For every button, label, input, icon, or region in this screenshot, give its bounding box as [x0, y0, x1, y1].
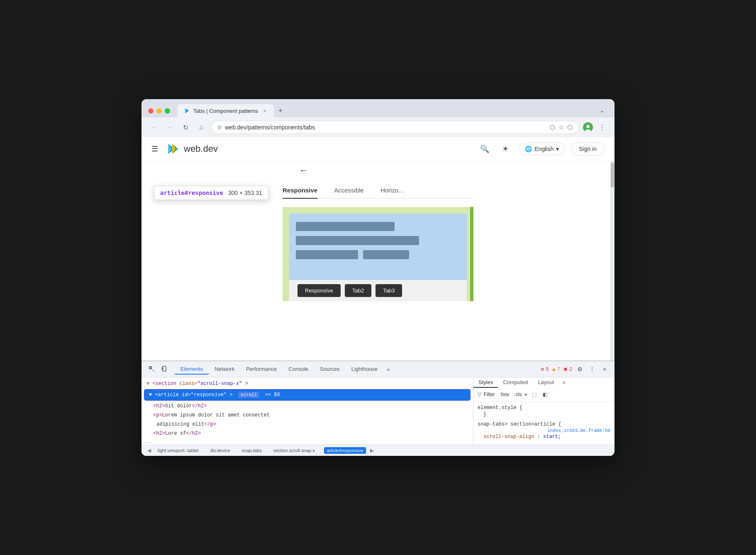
breadcrumb-item-4[interactable]: article#responsive: [324, 447, 366, 454]
close-button[interactable]: [148, 108, 154, 114]
devtools-body: ▼ <section class="scroll-snap-x" > ▼ <ar…: [141, 377, 615, 445]
breadcrumb-item-3[interactable]: section.scroll-snap-x: [271, 447, 317, 454]
svg-line-11: [149, 366, 155, 372]
style-rule-element: element.style { }: [478, 405, 610, 417]
dom-line-p1[interactable]: <p>Lorem ipsum dolor sit amet consectet: [141, 411, 473, 420]
copy-styles-button[interactable]: ⬚: [530, 390, 539, 399]
preview-tab-1[interactable]: Responsive: [298, 284, 341, 297]
address-text: web.dev/patterns/components/tabs: [225, 124, 546, 131]
theme-toggle-button[interactable]: ☀: [498, 141, 513, 156]
logo-text: web.dev: [184, 144, 218, 154]
preview-tab-3[interactable]: Tab3: [376, 284, 402, 297]
profile-avatar[interactable]: [583, 122, 593, 132]
devtools-tab-sources[interactable]: Sources: [314, 364, 346, 375]
page-scrollbar[interactable]: [610, 161, 615, 360]
content-block-3: [296, 250, 358, 259]
search-button[interactable]: 🔍: [477, 141, 492, 156]
tab-dropdown-button[interactable]: ⌄: [596, 105, 608, 116]
hamburger-button[interactable]: ☰: [151, 144, 158, 153]
tab-horizontal[interactable]: Horizo…: [380, 187, 405, 198]
tab-favicon-icon: [183, 107, 190, 114]
toggle-sidebar-button[interactable]: ◧: [541, 390, 549, 399]
external-link-icon[interactable]: ⬡: [550, 124, 555, 131]
nav-actions: ⋮: [583, 122, 608, 133]
filter-icon: ▽: [478, 392, 481, 397]
sign-in-button[interactable]: Sign in: [571, 142, 605, 156]
devtools-tabs: Elements Network Performance Console Sou…: [171, 364, 539, 375]
devtools-toolbar-right: ✕ 5 ▲ 7 ■ 2 ⚙ ⋮ ×: [540, 364, 610, 374]
new-tab-button[interactable]: +: [275, 105, 286, 117]
forward-button[interactable]: →: [164, 122, 176, 133]
tabs-navigation: Responsive Accessible Horizo…: [283, 187, 473, 199]
styles-tab-styles[interactable]: Styles: [473, 377, 498, 388]
breadcrumb-item-1[interactable]: div.device: [207, 447, 232, 454]
breadcrumb-item-2[interactable]: snap-tabs: [239, 447, 264, 454]
content-block-row: [296, 250, 460, 259]
close-devtools-button[interactable]: ×: [600, 364, 610, 374]
preview-highlight: Responsive Tab2 Tab3: [283, 207, 473, 301]
devtools-tab-network[interactable]: Network: [209, 364, 240, 375]
back-button[interactable]: ←: [148, 122, 160, 133]
bookmark-icon[interactable]: ☆: [558, 124, 564, 131]
content-block-2: [296, 236, 419, 245]
preview-tab-2[interactable]: Tab2: [345, 284, 371, 297]
minimize-button[interactable]: [156, 108, 162, 114]
address-bar[interactable]: ⊙ web.dev/patterns/components/tabs ⬡ ☆ ⬡: [211, 121, 579, 134]
breadcrumb-left-arrow[interactable]: ◀: [146, 447, 152, 454]
traffic-lights: [148, 108, 170, 114]
dom-line-h2[interactable]: <h2>Sit dolor</h2>: [141, 402, 473, 411]
title-bar: Tabs | Component patterns × + ⌄: [141, 99, 615, 117]
filter-cls[interactable]: .cls: [514, 392, 522, 397]
active-tab[interactable]: Tabs | Component patterns ×: [178, 104, 274, 117]
devtools-more-tabs[interactable]: »: [383, 365, 393, 374]
preview-tabs: Responsive Tab2 Tab3: [289, 280, 467, 301]
tooltip-selector: article#responsive: [160, 190, 223, 196]
extensions-icon[interactable]: ⬡: [567, 124, 573, 131]
devtools-tab-lighthouse[interactable]: Lighthouse: [346, 364, 384, 375]
error-icon: ✕: [540, 366, 545, 372]
snap-style-selector: snap-tabs> section>article {: [478, 421, 561, 427]
svg-point-3: [586, 125, 590, 128]
tab-responsive[interactable]: Responsive: [283, 187, 317, 199]
language-button[interactable]: 🌐 English ▾: [519, 143, 565, 155]
site-logo[interactable]: web.dev: [166, 142, 218, 156]
devtools-menu-button[interactable]: ⋮: [587, 364, 597, 374]
filter-add-button[interactable]: +: [524, 391, 527, 398]
styles-panel: Styles Computed Layout » ▽ Filter :hov .…: [473, 377, 615, 445]
dom-line-article[interactable]: ▼ <article id="responsive" > scroll == $…: [145, 390, 470, 400]
styles-tab-computed[interactable]: Computed: [498, 377, 533, 388]
styles-tab-layout[interactable]: Layout: [533, 377, 559, 388]
tab-title: Tabs | Component patterns: [193, 108, 258, 114]
tab-close-button[interactable]: ×: [261, 107, 268, 114]
style-source-link[interactable]: index_1c583…8e.frame:50: [547, 428, 610, 433]
browser-window: Tabs | Component patterns × + ⌄ ← → ↻ ⌂ …: [141, 99, 615, 456]
reload-button[interactable]: ↻: [180, 122, 191, 133]
tab-accessible[interactable]: Accessible: [334, 187, 364, 198]
styles-content: element.style { } snap-tabs> section>art…: [473, 402, 615, 445]
maximize-button[interactable]: [165, 108, 170, 114]
breadcrumb-item-0[interactable]: light.viewport--tablet: [155, 447, 201, 454]
browser-menu-button[interactable]: ⋮: [596, 122, 608, 133]
dom-line-h2-2[interactable]: <h2>Lore sf</h2>: [141, 429, 473, 438]
content-block-1: [296, 222, 395, 231]
devtools-tab-elements[interactable]: Elements: [175, 364, 209, 375]
device-tool-button[interactable]: [159, 364, 170, 375]
styles-more-tabs[interactable]: »: [559, 377, 568, 388]
logo-icon: [166, 142, 180, 156]
breadcrumb-right-arrow[interactable]: ▶: [369, 447, 375, 454]
back-arrow-button[interactable]: ←: [299, 165, 308, 176]
element-style-body: }: [478, 411, 610, 417]
inspector-tool-button[interactable]: [146, 364, 157, 375]
devtools-tab-console[interactable]: Console: [283, 364, 314, 375]
home-button[interactable]: ⌂: [195, 122, 207, 133]
address-actions: ⬡ ☆ ⬡: [550, 124, 573, 131]
scroll-indicator: [470, 207, 473, 301]
filter-hov[interactable]: :hov: [500, 392, 510, 397]
device-icon: [161, 366, 168, 372]
dom-line-section[interactable]: ▼ <section class="scroll-snap-x" >: [141, 379, 473, 388]
filter-label: Filter: [484, 392, 495, 397]
tracking-icon: ⊙: [217, 124, 222, 130]
dom-line-p2[interactable]: adipisicing elit</p>: [141, 420, 473, 429]
devtools-tab-performance[interactable]: Performance: [240, 364, 283, 375]
settings-button[interactable]: ⚙: [575, 364, 585, 374]
